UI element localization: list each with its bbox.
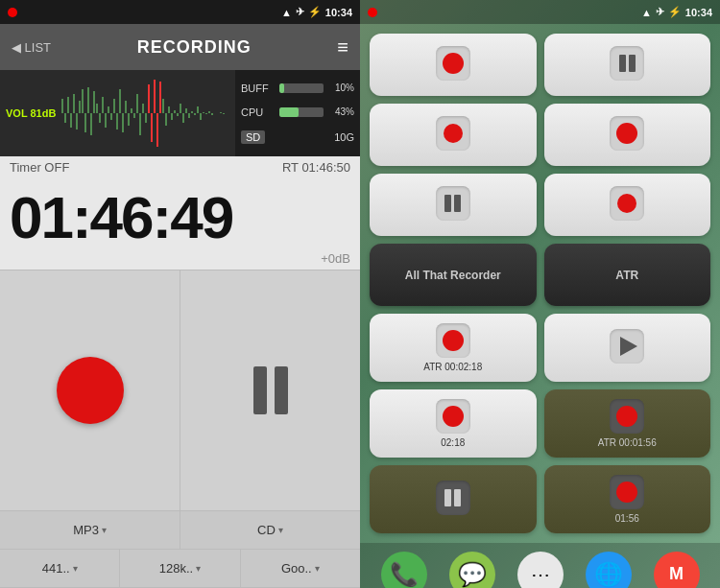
rt-value: RT 01:46:50 [282,160,350,175]
widget-record-4[interactable] [544,174,711,236]
left-status-bar: ▲ ✈ ⚡ 10:34 [0,0,360,24]
widget-record-icon-3 [610,116,644,151]
cpu-label: CPU [241,106,276,118]
pause-icon-widget-2 [444,195,461,212]
widget-all-that-recorder[interactable]: All That Recorder [370,244,537,306]
record-button[interactable] [0,270,180,510]
widget-dark-record-icon-2 [610,475,644,509]
back-label: ◀ LIST [12,40,51,55]
quality-selector[interactable]: CD ▾ [180,511,360,549]
widget-play[interactable] [544,314,711,382]
right-wifi-icon: ▲ [641,7,652,18]
widget-dark-pause-icon [436,481,470,515]
dock-chat-button[interactable]: 💬 [449,552,495,589]
time-display: 10:34 [325,7,352,18]
buff-stat: BUFF 10% [241,82,354,94]
pause-bar-dark-right [454,489,461,506]
dock-gmail-button[interactable]: M [654,552,700,589]
top-bar: ◀ LIST RECORDING ≡ [0,24,360,70]
widget-record-1[interactable] [370,34,537,96]
big-timer-area: 01:46:49 [0,178,360,247]
widget-atr-record-1[interactable]: ATR 00:02:18 [370,314,537,382]
right-panel: ▲ ✈ ⚡ 10:34 [360,0,720,588]
chat-icon: 💬 [458,561,487,588]
status-bar-right: ▲ ✈ ⚡ 10:34 [281,6,352,18]
pause-bar-w2-left [444,195,451,212]
dock-globe-button[interactable]: 🌐 [586,552,632,589]
pause-button[interactable] [180,270,360,510]
stats-panel: BUFF 10% CPU 43% SD 10G [235,70,360,156]
format-dropdown-arrow: ▾ [102,525,107,535]
bitrate-selector[interactable]: 128k.. ▾ [120,550,240,587]
all-that-recorder-label: All That Recorder [405,269,501,282]
timer-info-row: Timer OFF RT 01:46:50 [0,156,360,178]
globe-icon: 🌐 [594,561,623,588]
widget-record-2[interactable] [370,104,537,166]
apps-icon: ⋯ [531,563,550,586]
widget-pause-1[interactable] [544,34,711,96]
widget-record-icon-1 [436,46,470,81]
widget-play-icon [610,329,644,364]
right-status-bar: ▲ ✈ ⚡ 10:34 [360,0,720,24]
record-dot-atr-2 [443,406,464,427]
phone-icon: 📞 [390,561,419,588]
dock-apps-button[interactable]: ⋯ [517,552,564,589]
right-battery-icon: ⚡ [668,6,682,18]
widget-pause-2[interactable] [370,174,537,236]
record-indicator [8,8,17,17]
dock-phone-button[interactable]: 📞 [381,552,427,589]
pause-bar-dark-left [444,489,451,506]
right-time-display: 10:34 [685,7,712,18]
sd-val: 10G [334,131,354,143]
cpu-bar-wrap [279,107,324,117]
atr-label: ATR [615,269,638,282]
sample-rate-selector[interactable]: 441.. ▾ [0,550,120,587]
right-airplane-icon: ✈ [656,6,664,18]
sd-stat: SD 10G [241,130,354,144]
record-dot-dark-1 [616,406,637,427]
big-timer-display: 01:46:49 [10,184,232,250]
right-status-right: ▲ ✈ ⚡ 10:34 [641,6,712,18]
back-button[interactable]: ◀ LIST [12,40,51,55]
sample-rate-label: 441.. [42,561,70,576]
airplane-icon: ✈ [296,6,304,18]
bottom-row-2: 441.. ▾ 128k.. ▾ Goo.. ▾ [0,550,360,588]
widget-record-icon-2 [436,116,470,151]
menu-button[interactable]: ≡ [337,36,348,59]
record-dot-dark-2 [616,482,637,503]
widget-dark-pause[interactable] [370,465,537,533]
waveform-visual [58,70,230,156]
status-bar-left [8,8,17,17]
storage-arrow: ▾ [315,563,320,574]
format-selector[interactable]: MP3 ▾ [0,511,180,549]
widget-atr-record-2[interactable]: 02:18 [370,389,537,458]
widget-atr-record-icon-2 [436,399,470,434]
bottom-controls: MP3 ▾ CD ▾ 441.. ▾ 128k.. ▾ Goo.. ▾ [0,510,360,588]
recording-title: RECORDING [137,37,252,58]
pause-bar-w1-right [629,55,636,72]
cpu-val: 43% [327,106,354,117]
right-record-indicator [368,8,377,17]
record-dot-large [57,357,124,424]
pause-icon-dark [444,489,461,506]
widget-dark-record-2[interactable]: 01:56 [544,465,711,533]
widget-atr-label[interactable]: ATR [544,244,711,306]
sd-badge: SD [241,130,265,144]
storage-selector[interactable]: Goo.. ▾ [241,550,360,587]
cpu-bar [279,107,299,117]
widget-record-3[interactable] [544,104,711,166]
buff-bar-wrap [279,83,324,93]
buff-val: 10% [327,82,354,93]
record-dot-widget-2 [444,124,463,143]
wifi-icon: ▲ [281,7,292,18]
pause-bar-w1-left [619,55,626,72]
play-triangle [620,337,637,356]
widget-dark-record-1[interactable]: ATR 00:01:56 [544,389,711,458]
pause-icon [253,366,288,414]
widget-dark-record-icon-1 [610,399,644,434]
buff-bar [279,83,284,93]
left-panel: ▲ ✈ ⚡ 10:34 ◀ LIST RECORDING ≡ VOL 81dB [0,0,360,588]
widget-grid: All That Recorder ATR ATR 00:02:18 02:18 [360,24,720,543]
bottom-dock: 📞 💬 ⋯ 🌐 M [360,543,720,588]
bitrate-label: 128k.. [159,561,193,576]
